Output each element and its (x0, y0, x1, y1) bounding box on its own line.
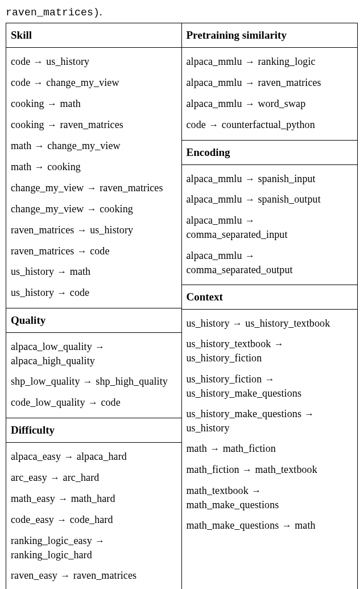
shift-item: math → change_my_view (11, 139, 177, 153)
shift-from: math_fiction (187, 464, 239, 475)
shift-from: alpaca_mmlu (187, 173, 242, 184)
shift-from: us_history (11, 266, 54, 277)
shift-item: alpaca_mmlu → spanish_input (187, 172, 353, 186)
shift-item: us_history_fiction → us_history_make_que… (187, 372, 353, 400)
shift-to: code (90, 245, 109, 257)
table-section: Difficultyalpaca_easy → alpaca_hardarc_e… (6, 418, 181, 589)
shift-item: shp_low_quality → shp_high_quality (11, 374, 177, 389)
shift-to: us_history (187, 422, 230, 434)
shift-item: change_my_view → raven_matrices (11, 181, 177, 195)
arrow-icon: → (242, 194, 258, 205)
shift-item: alpaca_mmlu → spanish_output (187, 192, 353, 207)
shift-item: math → cooking (11, 160, 177, 174)
shift-from: math_easy (11, 493, 55, 504)
shift-from: math (11, 140, 31, 151)
shift-from: arc_easy (11, 472, 47, 483)
arrow-icon: → (271, 339, 284, 349)
shift-to: math (60, 98, 81, 109)
shift-item: raven_matrices → us_history (11, 223, 177, 237)
shift-from: us_history_textbook (187, 338, 271, 349)
section-header: Skill (6, 23, 181, 48)
arrow-icon: → (47, 472, 63, 483)
shift-to: comma_separated_input (187, 229, 288, 240)
shift-to: us_history_textbook (245, 318, 330, 329)
shift-from: math_make_questions (187, 520, 279, 531)
arrow-icon: → (54, 266, 70, 277)
shift-to: us_history (46, 56, 89, 67)
shift-from: shp_low_quality (11, 376, 80, 387)
shift-item: cooking → raven_matrices (11, 118, 177, 132)
section-body: alpaca_low_quality → alpaca_high_quality… (6, 333, 181, 418)
section-header: Encoding (182, 140, 358, 165)
shift-from: raven_matrices (11, 224, 74, 236)
shift-item: us_history_make_questions → us_history (187, 407, 353, 435)
shift-item: cooking → math (11, 97, 177, 111)
shift-to: code_hard (70, 514, 113, 525)
section-body: alpaca_easy → alpaca_hardarc_easy → arc_… (6, 443, 181, 589)
shift-to: raven_matrices (73, 570, 136, 581)
table-section: Skillcode → us_historycode → change_my_v… (6, 23, 181, 308)
shift-to: change_my_view (47, 140, 120, 151)
shift-from: cooking (11, 119, 44, 130)
shift-item: raven_easy → raven_matrices (11, 569, 177, 583)
table-section: Qualityalpaca_low_quality → alpaca_high_… (6, 308, 181, 418)
shift-to: us_history (90, 224, 133, 236)
shift-from: raven_easy (11, 570, 57, 581)
arrow-icon: → (92, 536, 105, 546)
shift-to: math (70, 266, 90, 277)
shift-item: code_low_quality → code (11, 396, 177, 410)
shift-from: alpaca_mmlu (187, 98, 242, 109)
shift-item: code → change_my_view (11, 76, 177, 90)
shift-item: us_history → code (11, 286, 177, 300)
arrow-icon: → (57, 570, 73, 581)
shift-from: alpaca_low_quality (11, 341, 92, 352)
arrow-icon: → (262, 374, 275, 385)
shift-to: math_hard (71, 493, 115, 504)
shift-from: alpaca_easy (11, 451, 61, 462)
pre-fragment-period: . (100, 6, 102, 18)
shift-to: ranking_logic (258, 56, 315, 67)
shift-to: code (101, 397, 120, 408)
arrow-icon: → (74, 246, 90, 257)
shift-to: alpaca_hard (77, 451, 127, 462)
shift-to: change_my_view (46, 77, 119, 88)
arrow-icon: → (279, 520, 295, 531)
shift-item: alpaca_mmlu → ranking_logic (187, 55, 353, 69)
arrow-icon: → (242, 250, 255, 261)
shift-item: arc_easy → arc_hard (11, 471, 177, 485)
shift-from: code_low_quality (11, 397, 85, 408)
arrow-icon: → (242, 56, 258, 67)
shift-item: math_fiction → math_textbook (187, 463, 353, 477)
shift-from: math (11, 161, 31, 172)
arrow-icon: → (84, 204, 100, 215)
shift-from: alpaca_mmlu (187, 193, 242, 205)
section-header: Quality (6, 308, 181, 333)
shift-from: math_textbook (187, 485, 249, 496)
shift-from: us_history_make_questions (187, 408, 302, 419)
shift-item: alpaca_easy → alpaca_hard (11, 450, 177, 464)
pre-text: raven_matrices). (6, 6, 358, 19)
section-header: Difficulty (6, 418, 181, 443)
shift-to: math_textbook (255, 464, 317, 475)
shift-from: code (11, 77, 30, 88)
shift-item: raven_matrices → code (11, 244, 177, 258)
shift-item: math_make_questions → math (187, 518, 353, 533)
shift-from: alpaca_mmlu (187, 77, 242, 88)
shift-item: alpaca_mmlu → raven_matrices (187, 76, 353, 90)
arrow-icon: → (61, 451, 77, 462)
arrow-icon: → (242, 77, 258, 88)
table-section: Pretraining similarityalpaca_mmlu → rank… (182, 23, 358, 139)
shift-from: us_history_fiction (187, 373, 262, 385)
shift-from: ranking_logic_easy (11, 535, 92, 546)
shift-to: shp_high_quality (96, 376, 168, 387)
table-left-column: Skillcode → us_historycode → change_my_v… (6, 23, 182, 589)
arrow-icon: → (230, 318, 246, 329)
arrow-icon: → (80, 376, 96, 387)
section-body: us_history → us_history_textbookus_histo… (182, 310, 358, 541)
shift-item: math_textbook → math_make_questions (187, 484, 353, 512)
shift-to: word_swap (258, 98, 305, 109)
shift-item: alpaca_low_quality → alpaca_high_quality (11, 340, 177, 368)
table-section: Contextus_history → us_history_textbooku… (182, 285, 358, 541)
arrow-icon: → (249, 485, 262, 496)
arrow-icon: → (44, 120, 60, 130)
